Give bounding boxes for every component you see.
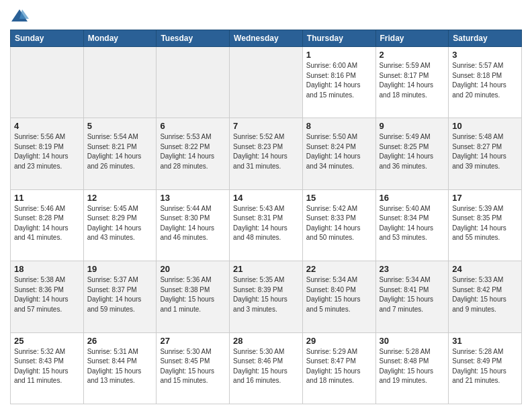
day-info: Sunrise: 5:39 AM Sunset: 8:35 PM Dayligh…	[452, 204, 518, 243]
day-number: 21	[233, 264, 299, 274]
calendar-cell: 7Sunrise: 5:52 AM Sunset: 8:23 PM Daylig…	[230, 118, 303, 189]
day-info: Sunrise: 5:34 AM Sunset: 8:40 PM Dayligh…	[306, 275, 372, 314]
calendar-cell: 20Sunrise: 5:36 AM Sunset: 8:38 PM Dayli…	[157, 261, 230, 332]
calendar-cell: 30Sunrise: 5:28 AM Sunset: 8:48 PM Dayli…	[375, 332, 449, 404]
svg-marker-1	[19, 9, 29, 19]
day-info: Sunrise: 5:38 AM Sunset: 8:36 PM Dayligh…	[14, 275, 80, 314]
calendar-cell: 22Sunrise: 5:34 AM Sunset: 8:40 PM Dayli…	[302, 261, 375, 332]
day-info: Sunrise: 5:32 AM Sunset: 8:43 PM Dayligh…	[14, 347, 80, 386]
calendar-cell: 1Sunrise: 6:00 AM Sunset: 8:16 PM Daylig…	[302, 47, 375, 118]
day-info: Sunrise: 5:46 AM Sunset: 8:28 PM Dayligh…	[14, 204, 80, 243]
day-info: Sunrise: 5:54 AM Sunset: 8:21 PM Dayligh…	[87, 132, 153, 171]
calendar-body: 1Sunrise: 6:00 AM Sunset: 8:16 PM Daylig…	[11, 47, 522, 404]
calendar-cell: 28Sunrise: 5:30 AM Sunset: 8:46 PM Dayli…	[230, 332, 303, 404]
day-number: 28	[233, 336, 299, 346]
day-number: 11	[14, 193, 80, 203]
calendar-week-row: 1Sunrise: 6:00 AM Sunset: 8:16 PM Daylig…	[11, 47, 522, 118]
day-info: Sunrise: 5:30 AM Sunset: 8:45 PM Dayligh…	[160, 347, 226, 386]
weekday-header: Saturday	[449, 30, 522, 47]
weekday-row: SundayMondayTuesdayWednesdayThursdayFrid…	[11, 30, 522, 47]
header	[10, 7, 522, 26]
day-info: Sunrise: 5:29 AM Sunset: 8:47 PM Dayligh…	[306, 347, 372, 386]
calendar-cell: 29Sunrise: 5:29 AM Sunset: 8:47 PM Dayli…	[302, 332, 375, 404]
day-number: 22	[306, 264, 372, 274]
calendar-cell: 31Sunrise: 5:28 AM Sunset: 8:49 PM Dayli…	[449, 332, 522, 404]
calendar-cell: 8Sunrise: 5:50 AM Sunset: 8:24 PM Daylig…	[302, 118, 375, 189]
day-number: 23	[380, 264, 445, 274]
day-info: Sunrise: 5:43 AM Sunset: 8:31 PM Dayligh…	[233, 204, 299, 243]
calendar-cell: 4Sunrise: 5:56 AM Sunset: 8:19 PM Daylig…	[11, 118, 84, 189]
calendar-cell: 25Sunrise: 5:32 AM Sunset: 8:43 PM Dayli…	[11, 332, 84, 404]
calendar-cell: 10Sunrise: 5:48 AM Sunset: 8:27 PM Dayli…	[449, 118, 522, 189]
day-number: 16	[380, 193, 445, 203]
day-number: 14	[233, 193, 299, 203]
calendar-week-row: 18Sunrise: 5:38 AM Sunset: 8:36 PM Dayli…	[11, 261, 522, 332]
day-info: Sunrise: 5:59 AM Sunset: 8:17 PM Dayligh…	[380, 61, 445, 100]
day-number: 10	[452, 121, 518, 131]
day-info: Sunrise: 5:31 AM Sunset: 8:44 PM Dayligh…	[87, 347, 153, 386]
day-info: Sunrise: 5:33 AM Sunset: 8:42 PM Dayligh…	[452, 275, 518, 314]
calendar-cell: 23Sunrise: 5:34 AM Sunset: 8:41 PM Dayli…	[375, 261, 449, 332]
calendar-cell: 21Sunrise: 5:35 AM Sunset: 8:39 PM Dayli…	[230, 261, 303, 332]
day-info: Sunrise: 5:48 AM Sunset: 8:27 PM Dayligh…	[452, 132, 518, 171]
calendar-cell: 16Sunrise: 5:40 AM Sunset: 8:34 PM Dayli…	[375, 189, 449, 261]
weekday-header: Tuesday	[157, 30, 230, 47]
day-info: Sunrise: 5:37 AM Sunset: 8:37 PM Dayligh…	[87, 275, 153, 314]
day-number: 8	[306, 121, 372, 131]
calendar-cell	[83, 47, 157, 118]
day-info: Sunrise: 5:57 AM Sunset: 8:18 PM Dayligh…	[452, 61, 518, 100]
day-number: 15	[306, 193, 372, 203]
calendar-cell: 5Sunrise: 5:54 AM Sunset: 8:21 PM Daylig…	[83, 118, 157, 189]
day-number: 26	[87, 336, 153, 346]
day-info: Sunrise: 5:53 AM Sunset: 8:22 PM Dayligh…	[160, 132, 226, 171]
calendar-week-row: 25Sunrise: 5:32 AM Sunset: 8:43 PM Dayli…	[11, 332, 522, 404]
day-info: Sunrise: 5:45 AM Sunset: 8:29 PM Dayligh…	[87, 204, 153, 243]
weekday-header: Friday	[375, 30, 449, 47]
day-number: 17	[452, 193, 518, 203]
day-number: 12	[87, 193, 153, 203]
day-number: 31	[452, 336, 518, 346]
calendar-cell: 14Sunrise: 5:43 AM Sunset: 8:31 PM Dayli…	[230, 189, 303, 261]
day-number: 2	[380, 50, 445, 60]
calendar-week-row: 11Sunrise: 5:46 AM Sunset: 8:28 PM Dayli…	[11, 189, 522, 261]
calendar-cell: 24Sunrise: 5:33 AM Sunset: 8:42 PM Dayli…	[449, 261, 522, 332]
day-info: Sunrise: 5:30 AM Sunset: 8:46 PM Dayligh…	[233, 347, 299, 386]
calendar-week-row: 4Sunrise: 5:56 AM Sunset: 8:19 PM Daylig…	[11, 118, 522, 189]
calendar-cell: 11Sunrise: 5:46 AM Sunset: 8:28 PM Dayli…	[11, 189, 84, 261]
calendar-cell	[11, 47, 84, 118]
day-number: 20	[160, 264, 226, 274]
day-number: 13	[160, 193, 226, 203]
day-number: 24	[452, 264, 518, 274]
day-info: Sunrise: 5:56 AM Sunset: 8:19 PM Dayligh…	[14, 132, 80, 171]
day-number: 6	[160, 121, 226, 131]
weekday-header: Wednesday	[230, 30, 303, 47]
day-info: Sunrise: 5:28 AM Sunset: 8:49 PM Dayligh…	[452, 347, 518, 386]
calendar-cell: 27Sunrise: 5:30 AM Sunset: 8:45 PM Dayli…	[157, 332, 230, 404]
logo	[10, 7, 32, 26]
calendar-cell	[157, 47, 230, 118]
day-number: 30	[380, 336, 445, 346]
weekday-header: Thursday	[302, 30, 375, 47]
calendar-cell: 17Sunrise: 5:39 AM Sunset: 8:35 PM Dayli…	[449, 189, 522, 261]
calendar-cell: 2Sunrise: 5:59 AM Sunset: 8:17 PM Daylig…	[375, 47, 449, 118]
day-info: Sunrise: 5:35 AM Sunset: 8:39 PM Dayligh…	[233, 275, 299, 314]
day-info: Sunrise: 5:50 AM Sunset: 8:24 PM Dayligh…	[306, 132, 372, 171]
day-number: 1	[306, 50, 372, 60]
calendar-table: SundayMondayTuesdayWednesdayThursdayFrid…	[10, 30, 522, 404]
calendar-cell: 26Sunrise: 5:31 AM Sunset: 8:44 PM Dayli…	[83, 332, 157, 404]
page: SundayMondayTuesdayWednesdayThursdayFrid…	[0, 0, 532, 411]
calendar-cell	[230, 47, 303, 118]
day-info: Sunrise: 5:49 AM Sunset: 8:25 PM Dayligh…	[380, 132, 445, 171]
logo-icon	[10, 7, 29, 26]
day-number: 29	[306, 336, 372, 346]
day-number: 4	[14, 121, 80, 131]
day-info: Sunrise: 5:40 AM Sunset: 8:34 PM Dayligh…	[380, 204, 445, 243]
calendar-header: SundayMondayTuesdayWednesdayThursdayFrid…	[11, 30, 522, 47]
calendar-cell: 6Sunrise: 5:53 AM Sunset: 8:22 PM Daylig…	[157, 118, 230, 189]
day-number: 18	[14, 264, 80, 274]
calendar-cell: 18Sunrise: 5:38 AM Sunset: 8:36 PM Dayli…	[11, 261, 84, 332]
day-number: 9	[380, 121, 445, 131]
weekday-header: Monday	[83, 30, 157, 47]
day-info: Sunrise: 6:00 AM Sunset: 8:16 PM Dayligh…	[306, 61, 372, 100]
day-number: 5	[87, 121, 153, 131]
